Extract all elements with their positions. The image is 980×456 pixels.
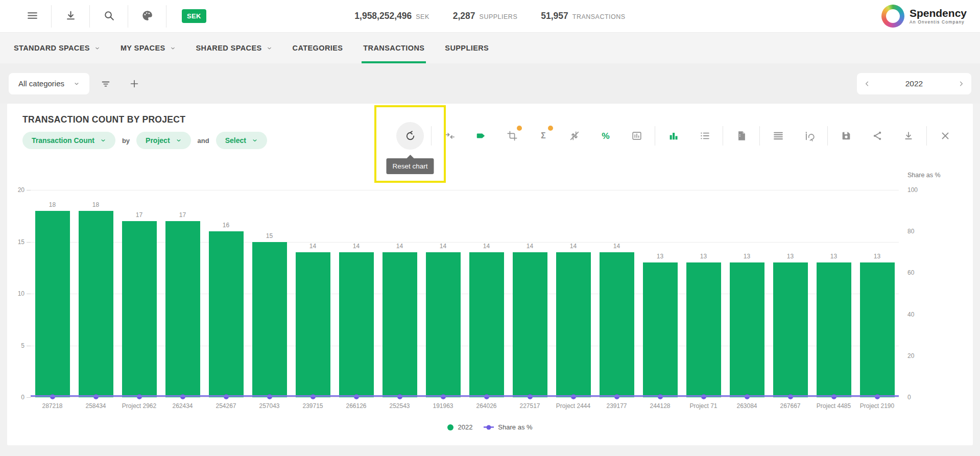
bar-slot: 16 — [204, 190, 248, 397]
secondary-dimension-dropdown[interactable]: Select — [216, 132, 267, 149]
chart: Share as % 05101520 18181717161514141414… — [7, 190, 973, 397]
list-icon — [699, 130, 710, 141]
chart-bar[interactable]: 13 — [773, 262, 808, 397]
next-year-button[interactable] — [958, 80, 965, 87]
trim-off-icon — [569, 130, 580, 141]
chart-toolbar: Reset chartΣ% — [392, 126, 961, 146]
left-axis-tick-label: 5 — [21, 342, 25, 349]
bar-value-label: 14 — [613, 243, 620, 250]
crop-button[interactable] — [496, 126, 528, 146]
list-button[interactable] — [689, 126, 720, 146]
chart-bar[interactable]: 14 — [469, 252, 504, 397]
download-button[interactable] — [52, 5, 89, 28]
chart-bar[interactable]: 13 — [860, 262, 895, 397]
stat-label: SUPPLIERS — [480, 13, 518, 20]
chart-bar[interactable]: 14 — [556, 252, 591, 397]
tab-categories[interactable]: CATEGORIES — [293, 33, 343, 63]
chart-bar[interactable]: 13 — [730, 262, 764, 397]
bar-value-label: 14 — [309, 243, 316, 250]
x-axis-label: 257043 — [248, 402, 291, 410]
chevron-down-icon — [252, 137, 258, 143]
merge-arrows-icon — [444, 130, 456, 141]
file-button[interactable] — [726, 126, 757, 146]
dimension-dropdown[interactable]: Project — [136, 132, 190, 149]
trim-off-button[interactable] — [559, 126, 590, 146]
tab-label: STANDARD SPACES — [14, 44, 90, 52]
rows-icon — [773, 130, 784, 141]
chart-bar[interactable]: 17 — [122, 221, 157, 397]
chart-bar[interactable]: 14 — [513, 252, 547, 397]
add-filter-button[interactable] — [122, 72, 147, 95]
save-button[interactable] — [830, 126, 862, 146]
filter-button[interactable] — [93, 72, 118, 95]
tab-transactions[interactable]: TRANSACTIONS — [363, 33, 424, 63]
bar-value-label: 16 — [223, 222, 229, 229]
bar-value-label: 14 — [396, 243, 403, 250]
chart-box-button[interactable] — [621, 126, 652, 146]
measure-dropdown[interactable]: Transaction Count — [22, 132, 115, 149]
category-dropdown[interactable]: All categories — [9, 73, 89, 94]
chart-bar[interactable]: 16 — [209, 231, 244, 397]
left-axis-tick-label: 10 — [18, 290, 25, 297]
logo-text: Spendency An Onventis Company — [910, 8, 967, 25]
reset-chart-button[interactable]: Reset chart — [392, 126, 428, 146]
share-button[interactable] — [862, 126, 893, 146]
chart-bar[interactable]: 13 — [817, 262, 851, 397]
save-icon — [841, 130, 852, 141]
percent-button[interactable]: % — [590, 126, 621, 146]
stat-label: SEK — [416, 13, 429, 20]
right-axis-title: Share as % — [899, 172, 973, 179]
chart-bar[interactable]: 14 — [383, 252, 417, 397]
chart-bar[interactable]: 18 — [79, 211, 113, 397]
chart-bar[interactable]: 13 — [686, 262, 721, 397]
primary-nav: STANDARD SPACESMY SPACESSHARED SPACESCAT… — [0, 33, 980, 63]
measure-dropdown-label: Transaction Count — [32, 136, 94, 145]
chevron-down-icon — [170, 45, 176, 51]
tab-shared-spaces[interactable]: SHARED SPACES — [196, 33, 272, 63]
percent-icon: % — [600, 130, 611, 141]
chart-bar[interactable]: 17 — [165, 221, 200, 397]
chart-bar[interactable]: 14 — [426, 252, 461, 397]
tab-my-spaces[interactable]: MY SPACES — [121, 33, 176, 63]
chart-bar[interactable]: 13 — [643, 262, 678, 397]
chart-title: TRANSACTION COUNT BY PROJECT — [22, 114, 267, 125]
plot-area: 1818171716151414141414141414131313131313 — [31, 190, 899, 397]
legend-item[interactable]: 2022 — [447, 423, 472, 431]
currency-badge[interactable]: SEK — [182, 9, 206, 23]
x-axis-label: Project 2962 — [117, 402, 161, 410]
year-navigator: 2022 — [857, 73, 971, 94]
search-button[interactable] — [90, 5, 128, 28]
tag-icon — [475, 130, 487, 141]
bar-value-label: 13 — [744, 253, 750, 260]
chart-bar[interactable]: 15 — [252, 242, 287, 398]
download-button[interactable] — [893, 126, 924, 146]
merge-arrows-button[interactable] — [434, 126, 465, 146]
bar-chart-button[interactable] — [658, 126, 689, 146]
sigma-button[interactable]: Σ — [528, 126, 559, 146]
chart-bar[interactable]: 14 — [296, 252, 330, 397]
pivot-button[interactable] — [794, 126, 825, 146]
rows-button[interactable] — [762, 126, 794, 146]
bar-slot: 18 — [31, 190, 74, 397]
tab-suppliers[interactable]: SUPPLIERS — [445, 33, 489, 63]
svg-text:%: % — [602, 131, 610, 141]
tag-button[interactable] — [465, 126, 496, 146]
theme-button[interactable] — [128, 5, 166, 28]
bar-slot: 13 — [638, 190, 682, 397]
bar-slot: 14 — [595, 190, 638, 397]
secondary-dimension-label: Select — [225, 136, 246, 145]
chart-bar[interactable]: 14 — [600, 252, 634, 397]
filter-bar: All categories 2022 — [0, 63, 980, 104]
previous-year-button[interactable] — [864, 80, 871, 87]
chart-bar[interactable]: 14 — [339, 252, 374, 397]
x-axis-label: Project 2444 — [552, 402, 595, 410]
tab-standard-spaces[interactable]: STANDARD SPACES — [14, 33, 100, 63]
axis-tick — [27, 346, 31, 346]
close-button[interactable] — [929, 126, 961, 146]
stat-total-spend: 1,958,252,496 SEK — [354, 11, 429, 21]
menu-button[interactable] — [13, 5, 51, 28]
left-axis: 05101520 — [7, 190, 27, 397]
bar-value-label: 14 — [440, 243, 446, 250]
chart-bar[interactable]: 18 — [35, 211, 70, 397]
legend-item[interactable]: Share as % — [484, 423, 532, 431]
